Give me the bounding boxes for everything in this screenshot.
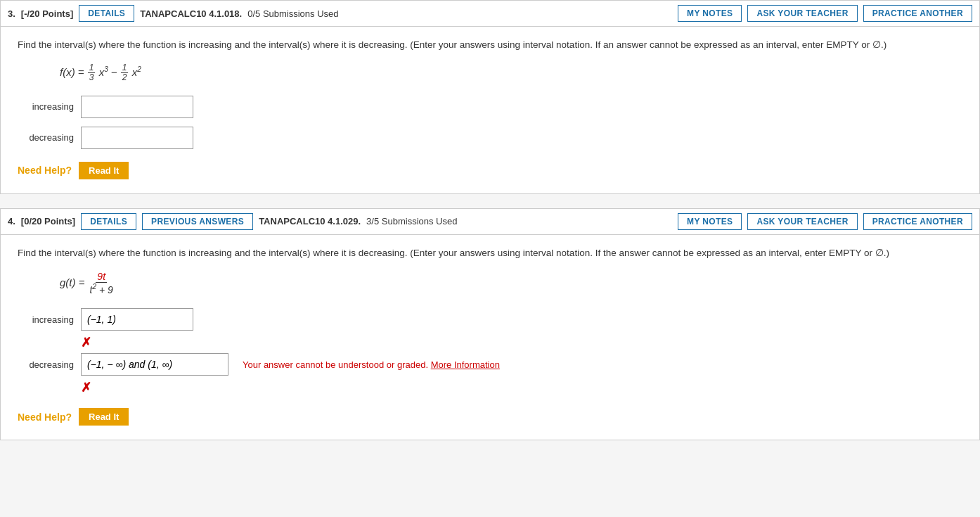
problem-4-header: 4. [0/20 Points] DETAILS PREVIOUS ANSWER… (1, 209, 979, 235)
problem-4-decreasing-section: decreasing Your answer cannot be underst… (18, 353, 962, 395)
frac-9t: 9t t2 + 9 (89, 272, 115, 295)
my-notes-button-3[interactable]: MY NOTES (678, 5, 742, 22)
practice-another-button-4[interactable]: PRACTICE ANOTHER (863, 213, 972, 230)
problem-3-header-right: MY NOTES ASK YOUR TEACHER PRACTICE ANOTH… (678, 5, 972, 22)
problem-3-decreasing-row: decreasing (18, 127, 962, 149)
read-it-button-4[interactable]: Read It (79, 408, 129, 426)
problem-3-points: [-/20 Points] (21, 8, 73, 19)
decreasing-input-3[interactable] (81, 127, 193, 149)
problem-4-number: 4. (8, 216, 15, 226)
problem-4-points: [0/20 Points] (21, 216, 75, 226)
decreasing-error-mark-4: ✗ (81, 380, 962, 395)
read-it-button-3[interactable]: Read It (79, 162, 129, 179)
ask-teacher-button-3[interactable]: ASK YOUR TEACHER (747, 5, 857, 22)
increasing-input-4[interactable] (81, 308, 193, 331)
more-information-link-4[interactable]: More Information (431, 359, 500, 370)
problem-4-increasing-row: increasing (18, 308, 962, 331)
problem-3-number: 3. (8, 8, 15, 19)
problem-4-need-help: Need Help? Read It (18, 408, 962, 426)
problem-3-header: 3. [-/20 Points] DETAILS TANAPCALC10 4.1… (1, 1, 979, 27)
problem-4-previous-answers-button[interactable]: PREVIOUS ANSWERS (142, 213, 253, 230)
problem-3-body: Find the interval(s) where the function … (1, 27, 979, 193)
increasing-label-3: increasing (18, 101, 74, 112)
problem-4-header-right: MY NOTES ASK YOUR TEACHER PRACTICE ANOTH… (678, 213, 972, 230)
need-help-label-4: Need Help? (18, 411, 72, 423)
problem-4-decreasing-row: decreasing Your answer cannot be underst… (18, 353, 962, 376)
problem-4-instructions: Find the interval(s) where the function … (18, 246, 962, 260)
decreasing-error-msg-4: Your answer cannot be understood or grad… (243, 359, 500, 370)
problem-3-code: TANAPCALC10 4.1.018. (140, 8, 242, 19)
problem-4-formula: g(t) = 9t t2 + 9 (60, 272, 962, 295)
frac-1-2: 1 2 (121, 63, 129, 82)
problem-3-instructions: Find the interval(s) where the function … (18, 38, 962, 52)
problem-3-formula: f(x) = 1 3 x3 − 1 2 x2 (60, 63, 962, 82)
problem-3-submissions: 0/5 Submissions Used (247, 8, 338, 19)
problem-4-submissions: 3/5 Submissions Used (366, 216, 457, 226)
my-notes-button-4[interactable]: MY NOTES (678, 213, 742, 230)
problem-3-need-help: Need Help? Read It (18, 162, 962, 179)
problem-4-increasing-section: increasing ✗ (18, 308, 962, 350)
problem-3: 3. [-/20 Points] DETAILS TANAPCALC10 4.1… (0, 0, 980, 194)
problem-3-increasing-row: increasing (18, 96, 962, 118)
decreasing-label-4: decreasing (18, 359, 74, 370)
ask-teacher-button-4[interactable]: ASK YOUR TEACHER (747, 213, 857, 230)
frac-1-3: 1 3 (88, 63, 96, 82)
problem-4-details-button[interactable]: DETAILS (81, 213, 136, 230)
decreasing-label-3: decreasing (18, 132, 74, 143)
problem-4-code: TANAPCALC10 4.1.029. (259, 216, 361, 226)
increasing-input-3[interactable] (81, 96, 193, 118)
problem-4: 4. [0/20 Points] DETAILS PREVIOUS ANSWER… (0, 208, 980, 441)
increasing-label-4: increasing (18, 314, 74, 325)
problem-3-details-button[interactable]: DETAILS (79, 5, 134, 22)
decreasing-input-4[interactable] (81, 353, 228, 376)
problem-4-body: Find the interval(s) where the function … (1, 235, 979, 440)
need-help-label-3: Need Help? (18, 165, 72, 176)
practice-another-button-3[interactable]: PRACTICE ANOTHER (863, 5, 972, 22)
increasing-error-mark-4: ✗ (81, 335, 962, 350)
